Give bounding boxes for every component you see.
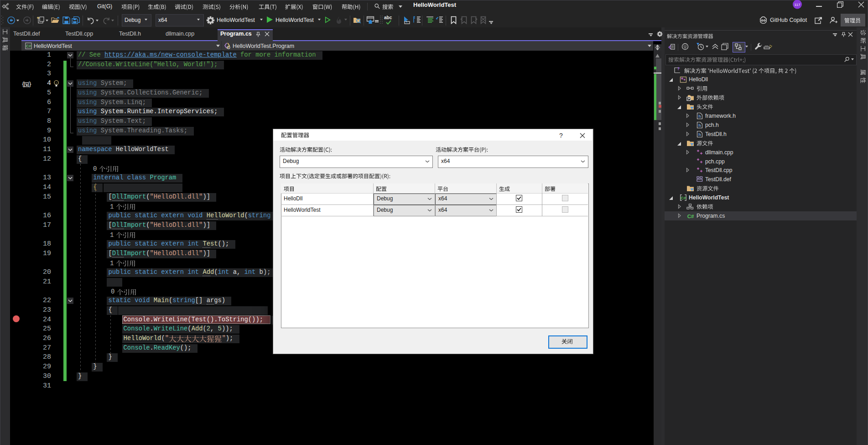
svg-text:C#: C# bbox=[687, 214, 694, 219]
svg-text:h: h bbox=[698, 123, 701, 128]
svg-text:h: h bbox=[698, 132, 701, 137]
svg-text:C#: C# bbox=[26, 44, 31, 48]
svg-text:C#: C# bbox=[681, 196, 686, 200]
svg-text:117: 117 bbox=[795, 3, 800, 7]
svg-text:}: } bbox=[28, 81, 32, 88]
svg-text:h: h bbox=[698, 114, 701, 119]
